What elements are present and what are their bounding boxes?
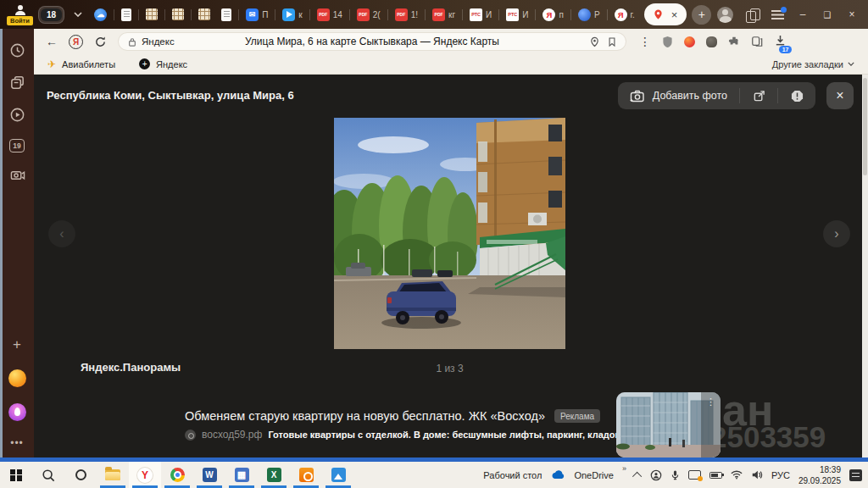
taskbar-clock[interactable]: 18:39 29.09.2025 — [798, 464, 841, 486]
add-photo-button[interactable]: Добавить фото — [618, 90, 739, 103]
login-badge[interactable]: Войти — [7, 16, 33, 25]
tab[interactable]: PDF14 — [313, 3, 347, 25]
reload-icon[interactable] — [94, 36, 107, 48]
hidden-icons-chevron[interactable] — [632, 471, 642, 480]
close-viewer-button[interactable]: × — [826, 82, 854, 109]
yandex-browser-orb-icon[interactable] — [8, 369, 26, 387]
tab[interactable]: PDF1! — [391, 3, 422, 25]
battery-icon[interactable] — [709, 472, 722, 479]
back-button[interactable]: ← — [46, 36, 58, 47]
tab[interactable]: к — [278, 3, 306, 25]
browser-menu-icon[interactable] — [771, 9, 784, 19]
other-bookmarks-button[interactable]: Другие закладки — [772, 59, 854, 69]
alice-orb-icon[interactable] — [8, 403, 26, 421]
ad-menu-icon[interactable]: ⋮ — [706, 400, 713, 405]
taskbar-word[interactable]: W — [193, 462, 225, 488]
tab[interactable]: ✉П — [242, 3, 272, 25]
spreadsheet-icon — [198, 8, 210, 20]
microphone-icon[interactable] — [670, 469, 680, 481]
toolbar-overflow-chevron[interactable]: » — [622, 464, 626, 473]
tab-group-pill[interactable]: 18 — [38, 6, 64, 24]
share-button[interactable] — [740, 90, 777, 103]
report-button[interactable] — [778, 90, 815, 103]
calculator-icon: ▦ — [235, 468, 249, 482]
tab-title: п — [559, 10, 563, 19]
tab[interactable]: Яп — [538, 3, 567, 25]
taskbar-calculator[interactable]: ▦ — [225, 462, 258, 488]
active-tab-maps[interactable]: × — [644, 3, 687, 25]
more-options-icon[interactable]: ⋮ — [639, 36, 651, 47]
taskbar-explorer[interactable] — [97, 462, 129, 488]
tab[interactable]: Р — [574, 3, 604, 25]
maximize-button[interactable]: ❑ — [821, 10, 833, 19]
screenshot-icon[interactable] — [9, 169, 25, 183]
next-photo-button[interactable]: › — [823, 220, 850, 247]
tab-panels-icon[interactable] — [746, 8, 759, 21]
street-photo[interactable] — [334, 118, 565, 349]
video-icon[interactable] — [9, 107, 25, 123]
close-window-button[interactable]: × — [846, 8, 858, 20]
taskbar-search-button[interactable] — [32, 462, 64, 488]
bookmark-yandex[interactable]: Яндекс — [156, 59, 187, 69]
vpn-extension-icon[interactable] — [706, 36, 717, 47]
cortana-button[interactable] — [64, 462, 97, 488]
sidebar-more-icon[interactable]: ••• — [10, 437, 24, 449]
ad-banner[interactable]: Обменяем старую квартиру на новую беспла… — [185, 409, 681, 441]
sidebar-add-icon[interactable]: + — [13, 336, 21, 353]
tab[interactable] — [168, 3, 188, 25]
close-tab-icon[interactable]: × — [671, 9, 678, 20]
previous-photo-button[interactable]: ‹ — [48, 220, 75, 247]
action-center-icon[interactable] — [849, 469, 862, 481]
new-tab-button[interactable]: + — [692, 5, 711, 25]
background-watermark-number: 2503359 — [710, 420, 826, 454]
profile-avatar[interactable] — [717, 7, 733, 23]
taskbar-photos[interactable] — [322, 462, 354, 488]
alisa-extension-icon[interactable] — [684, 36, 695, 47]
tab[interactable] — [217, 3, 236, 25]
tab[interactable]: РТСИ — [502, 3, 532, 25]
language-indicator[interactable]: РУС — [771, 470, 790, 480]
bookmark-flag-icon[interactable] — [608, 36, 616, 47]
downloads-button[interactable]: 17 — [774, 34, 787, 50]
pdf-icon: PDF — [395, 8, 408, 21]
onedrive-label[interactable]: OneDrive — [574, 470, 613, 480]
ad-thumbnail[interactable] — [616, 392, 721, 458]
wifi-icon[interactable] — [731, 470, 743, 480]
ad-domain[interactable]: восход59.рф — [202, 429, 262, 441]
meet-now-icon[interactable] — [650, 469, 662, 481]
taskbar-excel[interactable]: X — [258, 462, 290, 488]
desktop-toolbar-label[interactable]: Рабочий стол — [483, 470, 542, 480]
history-icon[interactable] — [9, 42, 25, 58]
tab[interactable]: ☁ — [90, 3, 111, 25]
taskbar-date: 29.09.2025 — [798, 475, 841, 486]
ad-headline[interactable]: Обменяем старую квартиру на новую беспла… — [185, 409, 545, 423]
tab[interactable]: Яг. — [610, 3, 639, 25]
photo-source-label: Яндекс.Панорамы — [81, 361, 181, 374]
minimize-button[interactable]: – — [797, 8, 809, 20]
tab-group-expand-button[interactable] — [69, 10, 87, 19]
start-button[interactable] — [0, 462, 32, 488]
tab[interactable] — [142, 3, 162, 25]
tab[interactable] — [194, 3, 214, 25]
map-pin-outline-icon[interactable] — [590, 36, 599, 47]
scrollbar-thumb[interactable] — [863, 78, 867, 175]
collections-icon[interactable] — [751, 36, 763, 47]
tab[interactable] — [117, 3, 136, 25]
volume-icon[interactable] — [751, 469, 763, 480]
profile-login-button[interactable]: Войти — [7, 2, 34, 27]
taskbar-chrome[interactable] — [161, 462, 193, 488]
calendar-icon[interactable]: 19 — [9, 139, 25, 152]
bookmark-aviabilety[interactable]: Авиабилеты — [62, 59, 115, 69]
tabs-panel-icon[interactable] — [9, 75, 25, 91]
taskbar-orange-app[interactable] — [290, 462, 322, 488]
taskbar-yandex-browser[interactable]: Y — [129, 462, 161, 488]
display-tray-icon[interactable] — [688, 470, 701, 480]
ad-favicon — [185, 430, 196, 441]
extensions-puzzle-icon[interactable] — [728, 36, 740, 47]
shield-icon[interactable] — [662, 36, 673, 48]
tab[interactable]: PDFкг — [428, 3, 459, 25]
address-bar[interactable]: Яндекс Улица Мира, 6 на карте Сыктывкара… — [118, 32, 626, 51]
tab[interactable]: PDF2( — [353, 3, 385, 25]
tab[interactable]: РТСИ — [465, 3, 496, 25]
yandex-home-icon[interactable]: Я — [69, 35, 83, 49]
